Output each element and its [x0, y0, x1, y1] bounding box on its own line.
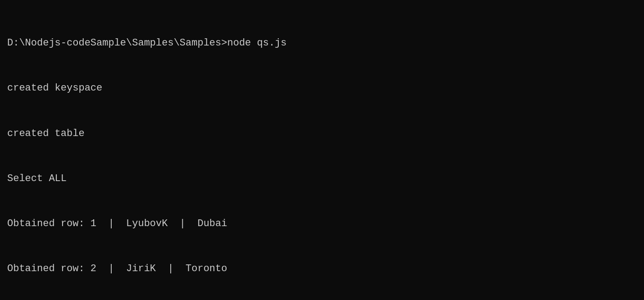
output-line-5: Obtained row: 2 | JiriK | Toronto [7, 261, 637, 276]
output-line-1: created keyspace [7, 81, 637, 95]
command-prompt: D:\Nodejs-codeSample\Samples\Samples>nod… [7, 36, 637, 50]
output-line-2: created table [7, 126, 637, 141]
output-line-3: Select ALL [7, 171, 637, 186]
output-line-4: Obtained row: 1 | LyubovK | Dubai [7, 216, 637, 231]
terminal-window: D:\Nodejs-codeSample\Samples\Samples>nod… [0, 0, 644, 300]
